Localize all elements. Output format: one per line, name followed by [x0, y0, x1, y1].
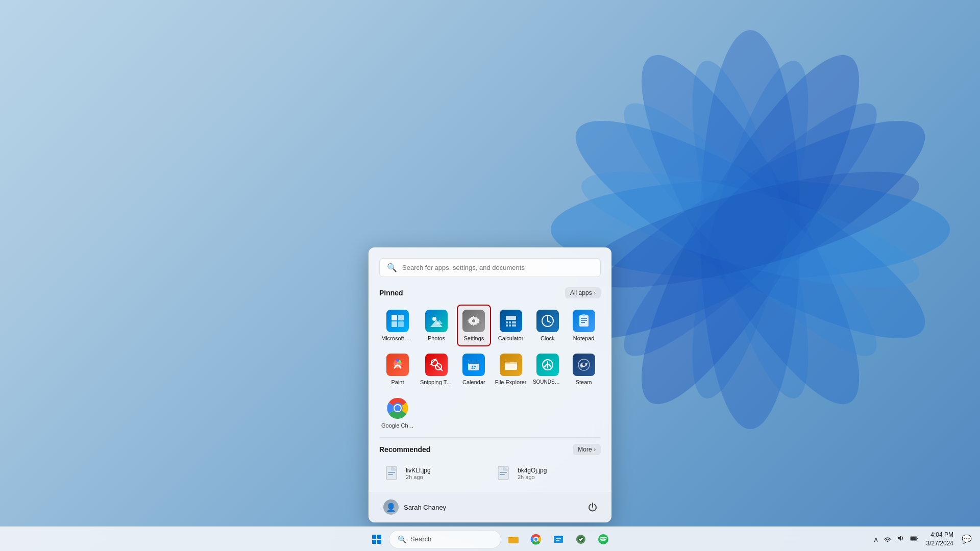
calendar-icon: 27	[462, 354, 485, 376]
user-name: Sarah Chaney	[404, 504, 446, 511]
notification-icon[interactable]: 💬	[960, 533, 974, 545]
rec-item-1[interactable]: bk4gOj.jpg 2h ago	[491, 461, 601, 486]
svg-rect-72	[554, 537, 563, 543]
recommended-section: Recommended More livKLf.jpg 2h ago	[379, 437, 601, 486]
all-apps-chevron	[594, 290, 596, 296]
taskbar-app4[interactable]	[571, 529, 591, 549]
svg-rect-45	[468, 360, 479, 364]
app4-taskbar-icon	[575, 534, 586, 545]
taskbar-right: ∧ 4:04 PM 3/27/2024 💬	[871, 530, 980, 549]
svg-rect-21	[506, 316, 516, 320]
steam-icon	[573, 354, 595, 376]
more-chevron	[594, 447, 596, 453]
app-settings[interactable]: Settings	[457, 305, 491, 346]
chrome-icon	[386, 397, 409, 419]
app-paint[interactable]: Paint	[379, 348, 416, 390]
taskbar-file-explorer[interactable]	[503, 529, 524, 549]
taskbar: 🔍 Search	[0, 527, 980, 551]
app-snipping-tool[interactable]: Snipping Tool	[418, 348, 455, 390]
svg-rect-15	[398, 321, 404, 327]
app-soundslayer[interactable]: SOUNDSLAYER Engine	[531, 348, 565, 390]
svg-point-40	[396, 359, 399, 362]
soundslayer-icon	[536, 354, 559, 376]
pinned-app-grid: Microsoft Store Photos Settings	[379, 305, 601, 433]
recommended-section-header: Recommended More	[379, 444, 601, 455]
settings-icon	[462, 310, 485, 332]
file-explorer-label: File Explorer	[495, 379, 527, 386]
svg-rect-36	[582, 314, 585, 316]
rec-time-1: 2h ago	[518, 474, 547, 480]
recommended-title: Recommended	[379, 445, 430, 454]
files-taskbar-icon	[553, 534, 564, 545]
tray-chevron[interactable]: ∧	[871, 534, 880, 544]
settings-label: Settings	[464, 335, 484, 342]
clock-display[interactable]: 4:04 PM 3/27/2024	[922, 530, 958, 549]
start-search-bar[interactable]: 🔍	[379, 258, 601, 277]
paint-label: Paint	[391, 379, 404, 386]
svg-rect-27	[512, 324, 516, 327]
rec-info-1: bk4gOj.jpg 2h ago	[518, 467, 547, 480]
photos-label: Photos	[428, 335, 445, 342]
desktop: 🔍 Pinned All apps Microsoft Store	[0, 0, 980, 551]
app-notepad[interactable]: Notepad	[567, 305, 601, 346]
tray-battery-icon[interactable]	[908, 533, 920, 545]
ms-store-icon	[386, 310, 409, 332]
taskbar-search-label: Search	[410, 535, 431, 543]
ms-store-label: Microsoft Store	[381, 335, 414, 342]
svg-rect-50	[505, 362, 517, 364]
clock-date: 3/27/2024	[926, 539, 953, 548]
rec-time-0: 2h ago	[406, 474, 431, 480]
app-photos[interactable]: Photos	[418, 305, 455, 346]
all-apps-button[interactable]: All apps	[565, 287, 601, 298]
svg-rect-65	[500, 472, 507, 473]
taskbar-search[interactable]: 🔍 Search	[389, 530, 501, 548]
chrome-label: Google Chrome	[381, 422, 414, 429]
calendar-label: Calendar	[462, 379, 485, 386]
start-button[interactable]	[366, 529, 387, 549]
taskbar-center: 🔍 Search	[366, 529, 614, 549]
rec-file-icon-1	[496, 465, 512, 482]
svg-point-54	[582, 363, 585, 366]
taskbar-spotify[interactable]	[593, 529, 614, 549]
svg-text:27: 27	[472, 365, 476, 370]
rec-file-icon-0	[384, 465, 401, 482]
app-calculator[interactable]: Calculator	[493, 305, 529, 346]
notepad-icon	[573, 310, 595, 332]
svg-rect-62	[388, 474, 393, 475]
rec-info-0: livKLf.jpg 2h ago	[406, 467, 431, 480]
svg-point-58	[395, 405, 401, 411]
app-calendar[interactable]: 27 Calendar	[457, 348, 491, 390]
clock-label: Clock	[541, 335, 555, 342]
start-menu-footer: 👤 Sarah Chaney	[369, 492, 611, 522]
snipping-tool-icon	[425, 354, 448, 376]
taskbar-files[interactable]	[548, 529, 569, 549]
svg-point-31	[547, 320, 548, 322]
app-file-explorer[interactable]: File Explorer	[493, 348, 529, 390]
start-menu: 🔍 Pinned All apps Microsoft Store	[369, 247, 611, 522]
power-button[interactable]	[584, 499, 601, 515]
svg-rect-26	[509, 324, 511, 327]
power-icon	[587, 502, 598, 512]
svg-rect-32	[579, 315, 589, 327]
more-button[interactable]: More	[573, 444, 601, 455]
app-clock[interactable]: Clock	[531, 305, 565, 346]
snipping-tool-label: Snipping Tool	[420, 379, 453, 386]
tray-network-icon[interactable]	[881, 533, 894, 545]
svg-rect-12	[391, 315, 397, 320]
tray-volume-icon[interactable]	[895, 533, 907, 545]
app-steam[interactable]: Steam	[567, 348, 601, 390]
svg-point-70	[534, 538, 537, 541]
user-avatar: 👤	[383, 499, 399, 515]
taskbar-chrome[interactable]	[526, 529, 546, 549]
rec-item-0[interactable]: livKLf.jpg 2h ago	[379, 461, 489, 486]
svg-rect-66	[500, 474, 505, 475]
pinned-title: Pinned	[379, 289, 403, 297]
clock-time: 4:04 PM	[930, 531, 953, 539]
calculator-label: Calculator	[498, 335, 524, 342]
svg-rect-22	[506, 321, 508, 323]
start-search-input[interactable]	[402, 264, 593, 271]
app-google-chrome[interactable]: Google Chrome	[379, 392, 416, 433]
app-microsoft-store[interactable]: Microsoft Store	[379, 305, 416, 346]
user-profile[interactable]: 👤 Sarah Chaney	[379, 497, 450, 517]
svg-point-78	[887, 541, 888, 542]
